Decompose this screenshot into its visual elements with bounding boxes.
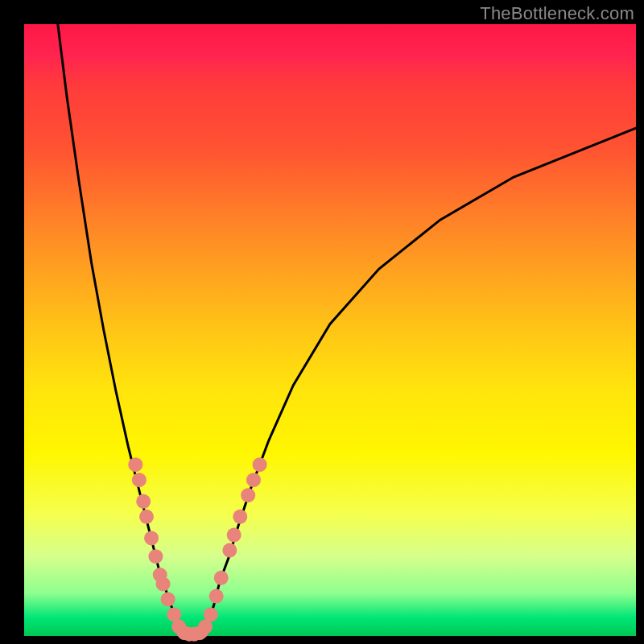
left-branch-line: [58, 24, 182, 633]
chart-svg: [24, 24, 636, 636]
marker-dot: [253, 457, 267, 472]
marker-dot: [241, 488, 255, 502]
watermark-text: TheBottleneck.com: [480, 3, 634, 24]
right-branch-line: [204, 128, 636, 633]
marker-dot: [161, 592, 175, 606]
marker-dot: [246, 473, 261, 487]
marker-dot: [222, 543, 237, 558]
marker-dot: [156, 576, 171, 591]
marker-dot: [148, 549, 163, 564]
marker-dot: [139, 510, 154, 524]
marker-dot: [227, 528, 242, 543]
marker-dot: [209, 589, 224, 604]
marker-dot: [144, 530, 159, 545]
marker-dot: [233, 510, 247, 524]
marker-dot: [132, 473, 147, 487]
marker-dot: [128, 457, 142, 472]
marker-dot: [214, 571, 229, 585]
marker-group: [128, 457, 266, 642]
marker-dot: [204, 607, 218, 621]
plot-background: [24, 24, 636, 636]
marker-dot: [136, 494, 151, 509]
